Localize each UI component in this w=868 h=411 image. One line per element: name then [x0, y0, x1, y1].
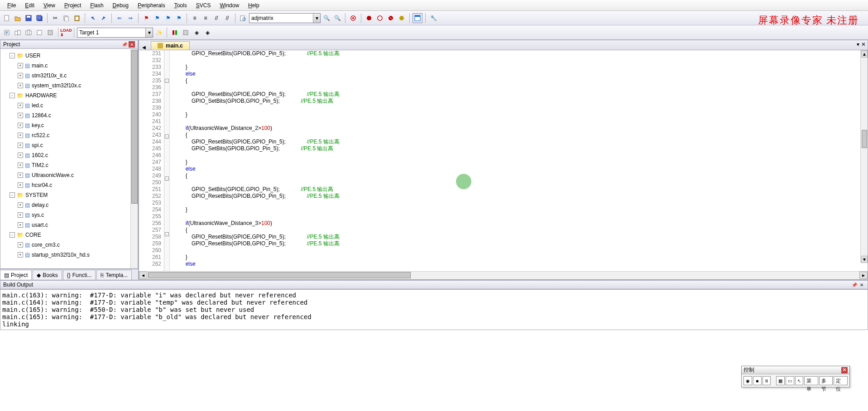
save-icon[interactable] [24, 13, 34, 23]
bookmark-next-icon[interactable]: ⚑ [163, 13, 173, 23]
menu-flash[interactable]: Flash [86, 2, 108, 9]
expand-icon[interactable]: + [18, 153, 23, 158]
download-icon[interactable]: LOAD⬇ [61, 28, 71, 38]
menu-button[interactable]: 菜单 [804, 376, 818, 385]
tree-file[interactable]: +▤hcsr04.c [1, 180, 137, 190]
menu-tools[interactable]: Tools [170, 2, 192, 9]
tree-file[interactable]: +▤startup_stm32f10x_hd.s [1, 250, 137, 260]
outdent-icon[interactable]: ≡ [201, 13, 211, 23]
menu-view[interactable]: View [39, 2, 60, 9]
window-icon[interactable]: ▭ [786, 376, 794, 385]
menu-edit[interactable]: Edit [20, 2, 39, 9]
expand-icon[interactable]: - [10, 53, 15, 58]
scroll-right-icon[interactable]: ▸ [859, 272, 868, 279]
record-icon[interactable]: ◉ [743, 376, 752, 385]
expand-icon[interactable]: + [18, 202, 23, 208]
indent-icon[interactable]: ≡ [190, 13, 200, 23]
close-icon[interactable]: ✕ [129, 41, 135, 48]
tree-file[interactable]: +▤key.c [1, 120, 137, 130]
nav-fwd-icon[interactable]: ⇒ [125, 13, 135, 23]
project-tab-books[interactable]: ◆Books [33, 270, 62, 280]
expand-icon[interactable]: + [18, 123, 23, 128]
bookmark-prev-icon[interactable]: ⚑ [152, 13, 162, 23]
save-all-icon[interactable] [34, 13, 44, 23]
expand-icon[interactable]: + [18, 162, 23, 168]
dropdown-arrow-icon[interactable]: ▾ [145, 28, 153, 37]
menu-peripherals[interactable]: Peripherals [133, 2, 170, 9]
project-tree[interactable]: -📁USER+▤main.c+▤stm32f10x_it.c+▤system_s… [0, 49, 138, 269]
expand-icon[interactable]: + [18, 133, 23, 138]
breakpoint-insert-icon[interactable] [364, 13, 374, 23]
scroll-down-icon[interactable]: ▾ [861, 256, 868, 263]
editor-vscrollbar[interactable]: ▴ ▾ [860, 50, 868, 263]
tree-file[interactable]: +▤UltrasonicWave.c [1, 170, 137, 180]
cut-icon[interactable]: ✂ [50, 13, 60, 23]
find-next-icon[interactable]: 🔍 [321, 13, 331, 23]
manage-rte-icon[interactable]: ◈ [202, 28, 212, 38]
expand-icon[interactable]: + [18, 143, 23, 148]
tree-file[interactable]: +▤1602.c [1, 150, 137, 160]
multi-button[interactable]: 多节 [819, 376, 833, 385]
find-combo[interactable]: ▾ [249, 13, 321, 23]
expand-icon[interactable]: + [18, 83, 23, 88]
breakpoint-kill-icon[interactable] [397, 13, 407, 23]
nav-back-icon[interactable]: ⇐ [115, 13, 125, 23]
undo-icon[interactable] [88, 13, 98, 23]
control-panel[interactable]: 控制 ✕ ◉ ■ ⏸ ▦ ▭ ↖ 菜单 多节 定位 [741, 366, 850, 387]
options-icon[interactable]: ✨ [154, 28, 164, 38]
paste-icon[interactable] [72, 13, 82, 23]
configure-icon[interactable]: 🔧 [428, 13, 438, 23]
tree-folder[interactable]: -📁USER [1, 51, 137, 61]
close-icon[interactable]: ✕ [841, 367, 848, 373]
breakpoint-enable-icon[interactable] [375, 13, 385, 23]
menu-svcs[interactable]: SVCS [192, 2, 216, 9]
locate-button[interactable]: 定位 [834, 376, 848, 385]
dropdown-arrow-icon[interactable]: ▾ [313, 14, 320, 23]
tree-file[interactable]: +▤stm32f10x_it.c [1, 71, 137, 81]
find-in-files-icon[interactable] [238, 13, 248, 23]
uncomment-icon[interactable]: // [222, 13, 232, 23]
target-combo[interactable]: ▾ [77, 28, 153, 38]
expand-icon[interactable]: + [18, 113, 23, 118]
build-output-text[interactable]: main.c(163): warning: #177-D: variable "… [0, 289, 868, 330]
tree-file[interactable]: +▤TIM2.c [1, 160, 137, 170]
expand-icon[interactable]: + [18, 73, 23, 78]
breakpoint-disable-icon[interactable] [386, 13, 396, 23]
expand-icon[interactable]: + [18, 63, 23, 68]
debug-icon[interactable] [348, 13, 358, 23]
manage-components-icon[interactable]: ◈ [192, 28, 201, 38]
target-input[interactable] [77, 28, 145, 37]
expand-icon[interactable]: - [10, 93, 15, 98]
tree-file[interactable]: +▤spi.c [1, 140, 137, 150]
pin-icon[interactable]: 📌 [121, 41, 128, 48]
tree-file[interactable]: +▤delay.c [1, 200, 137, 210]
editor-tab-main[interactable]: main.c [151, 41, 190, 50]
code-lines[interactable]: GPIO_ResetBits(GPIOB,GPIO_Pin_5); //PE.5… [170, 50, 868, 271]
project-tab-project[interactable]: ▤Project [0, 270, 32, 280]
tab-close-icon[interactable]: ✕ [861, 41, 866, 48]
region-icon[interactable]: ▦ [776, 376, 785, 385]
bookmark-toggle-icon[interactable]: ⚑ [141, 13, 151, 23]
expand-icon[interactable]: + [18, 172, 23, 178]
find-input[interactable] [249, 14, 313, 23]
tree-file[interactable]: +▤led.c [1, 100, 137, 110]
tree-scrollbar[interactable] [130, 49, 138, 268]
redo-icon[interactable] [99, 13, 109, 23]
bookmark-clear-icon[interactable]: ⚑ [174, 13, 184, 23]
expand-icon[interactable]: + [18, 212, 23, 218]
tree-file[interactable]: +▤core_cm3.c [1, 240, 137, 250]
copy-icon[interactable] [61, 13, 71, 23]
tree-folder[interactable]: -📁HARDWARE [1, 91, 137, 100]
tree-folder[interactable]: -📁CORE [1, 230, 137, 240]
window-layout-icon[interactable] [412, 13, 422, 23]
menu-file[interactable]: File [3, 2, 20, 9]
expand-icon[interactable]: + [18, 103, 23, 108]
tree-file[interactable]: +▤sys.c [1, 210, 137, 220]
translate-icon[interactable] [2, 28, 12, 38]
scroll-up-icon[interactable]: ▴ [861, 50, 868, 57]
pointer-icon[interactable]: ↖ [795, 376, 804, 385]
nav-left-icon[interactable]: ◀ [142, 45, 146, 50]
project-tab-templa[interactable]: ⎘Templa... [96, 270, 132, 280]
expand-icon[interactable]: - [10, 232, 15, 238]
pause-icon[interactable]: ⏸ [762, 376, 771, 385]
